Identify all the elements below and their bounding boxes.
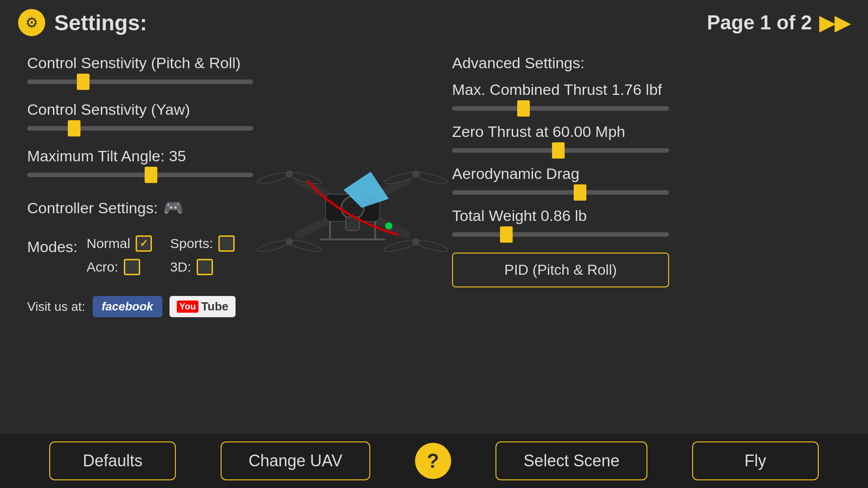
thrust-section: Max. Combined Thrust 1.76 lbf: [452, 81, 841, 114]
pitch-roll-slider[interactable]: [27, 76, 253, 87]
acro-label: Acro:: [87, 259, 118, 275]
normal-checkbox[interactable]: [136, 235, 152, 252]
thrust-slider[interactable]: [452, 103, 669, 114]
normal-mode: Normal: [87, 235, 152, 252]
svg-point-9: [412, 170, 420, 178]
aero-label: Aerodynamic Drag: [452, 165, 841, 183]
visit-label: Visit us at:: [27, 300, 85, 314]
pitch-roll-thumb[interactable]: [77, 74, 90, 90]
svg-point-15: [412, 238, 420, 245]
aero-thumb[interactable]: [574, 184, 586, 201]
facebook-button[interactable]: facebook: [93, 296, 162, 317]
3d-label: 3D:: [170, 259, 191, 275]
weight-thumb[interactable]: [500, 226, 513, 243]
bottom-bar: Defaults Change UAV ? Select Scene Fly: [0, 434, 868, 488]
thrust-label: Max. Combined Thrust 1.76 lbf: [452, 81, 841, 99]
drone-area: [217, 113, 488, 303]
page-info: Page 1 of 2 ▶▶: [707, 11, 850, 34]
zero-thrust-label: Zero Thrust at 60.00 Mph: [452, 123, 841, 141]
next-page-arrows[interactable]: ▶▶: [819, 11, 850, 34]
zero-thrust-section: Zero Thrust at 60.00 Mph: [452, 123, 841, 156]
pitch-roll-section: Control Senstivity (Pitch & Roll): [27, 54, 416, 87]
youtube-you: You: [177, 300, 198, 313]
gamepad-icon: 🎮: [163, 198, 184, 217]
header-left: ⚙ Settings:: [18, 9, 147, 36]
right-panel: Advanced Settings: Max. Combined Thrust …: [434, 54, 841, 317]
thrust-thumb[interactable]: [517, 100, 530, 117]
aero-section: Aerodynamic Drag: [452, 165, 841, 198]
acro-mode: Acro:: [87, 259, 152, 275]
sports-label: Sports:: [170, 236, 213, 251]
normal-label: Normal: [87, 236, 131, 251]
fly-button[interactable]: Fly: [692, 441, 819, 480]
change-uav-button[interactable]: Change UAV: [221, 441, 370, 480]
advanced-label: Advanced Settings:: [452, 54, 841, 72]
svg-point-6: [286, 170, 293, 178]
header: ⚙ Settings: Page 1 of 2 ▶▶: [0, 0, 868, 45]
settings-title: Settings:: [54, 10, 147, 35]
help-button[interactable]: ?: [415, 443, 451, 479]
select-scene-button[interactable]: Select Scene: [495, 441, 647, 480]
yaw-thumb[interactable]: [68, 120, 80, 136]
svg-point-12: [286, 238, 293, 245]
weight-section: Total Weight 0.86 lb: [452, 207, 841, 240]
modes-label: Modes:: [27, 235, 78, 256]
pitch-roll-label: Control Senstivity (Pitch & Roll): [27, 54, 416, 72]
gear-icon[interactable]: ⚙: [18, 9, 45, 36]
zero-thrust-thumb[interactable]: [552, 142, 565, 159]
modes-grid: Normal Sports: Acro: 3D:: [87, 235, 236, 275]
drone-svg: [217, 113, 488, 303]
acro-checkbox[interactable]: [124, 259, 140, 275]
thrust-track: [452, 106, 669, 111]
pitch-roll-track: [27, 80, 253, 84]
svg-point-21: [385, 222, 392, 230]
defaults-button[interactable]: Defaults: [49, 441, 176, 480]
facebook-label: facebook: [102, 300, 153, 313]
page-number: Page 1 of 2: [707, 11, 812, 34]
tilt-thumb[interactable]: [145, 167, 157, 183]
weight-label: Total Weight 0.86 lb: [452, 207, 841, 225]
3d-checkbox[interactable]: [197, 259, 213, 275]
